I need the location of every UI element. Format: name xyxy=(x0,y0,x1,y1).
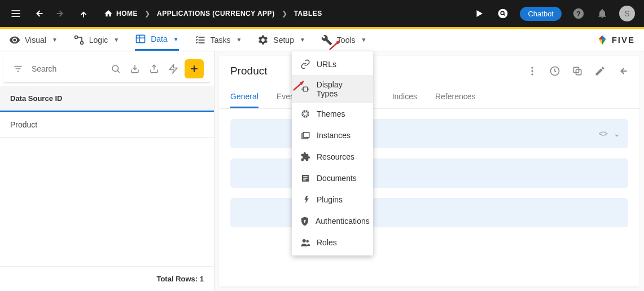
tab-visual[interactable]: Visual ▼ xyxy=(9,29,58,51)
play-icon[interactable] xyxy=(472,7,486,20)
dropdown-label: Roles xyxy=(317,238,337,247)
dropdown-item-roles[interactable]: Roles xyxy=(292,232,373,253)
chevron-right-icon: ❯ xyxy=(282,10,287,17)
copy-icon[interactable] xyxy=(572,65,583,77)
table-row[interactable]: Product xyxy=(0,112,214,138)
dropdown-label: Instances xyxy=(317,131,351,140)
caret-down-icon: ▼ xyxy=(361,37,367,43)
field-actions: <> ⌄ xyxy=(599,129,620,138)
tab-references[interactable]: References xyxy=(435,86,476,108)
dropdown-item-authentications[interactable]: Authentications xyxy=(292,210,373,232)
svg-point-35 xyxy=(531,70,533,72)
search-icon[interactable] xyxy=(108,61,124,77)
breadcrumb-tables[interactable]: TABLES xyxy=(294,10,322,17)
documents-icon xyxy=(300,173,311,184)
export-icon[interactable] xyxy=(146,61,162,77)
field-row[interactable] xyxy=(230,158,628,188)
lightning-icon[interactable] xyxy=(165,61,181,77)
main-tabs: Visual ▼ Logic ▼ Data ▼ Tasks ▼ Setup ▼ … xyxy=(0,29,644,51)
breadcrumb: HOME ❯ APPLICATIONS (CURRENCY APP) ❯ TAB… xyxy=(104,9,322,18)
dropdown-label: URLs xyxy=(317,60,336,69)
breadcrumb-tables-label: TABLES xyxy=(294,10,322,17)
brand-logo: FIVE xyxy=(596,34,635,46)
tab-general[interactable]: General xyxy=(230,86,259,108)
logic-icon xyxy=(73,34,85,46)
dropdown-item-urls[interactable]: URLs xyxy=(292,54,373,75)
back-arrow-icon[interactable] xyxy=(617,65,628,77)
dropdown-item-display-types[interactable]: Display Types xyxy=(292,75,373,103)
history-icon[interactable] xyxy=(549,65,560,77)
gear-icon xyxy=(257,34,269,46)
search-input[interactable] xyxy=(29,62,104,76)
resources-icon xyxy=(300,151,311,162)
svg-point-7 xyxy=(499,10,507,18)
hamburger-icon[interactable] xyxy=(9,7,23,20)
tab-data-label: Data xyxy=(151,34,168,43)
dropdown-item-instances[interactable]: Instances xyxy=(292,125,373,146)
tab-logic[interactable]: Logic ▼ xyxy=(73,29,119,51)
tab-logic-label: Logic xyxy=(89,36,108,45)
forward-icon xyxy=(54,7,68,20)
breadcrumb-home[interactable]: HOME xyxy=(104,9,138,18)
import-icon[interactable] xyxy=(127,61,143,77)
code-icon[interactable]: <> xyxy=(599,129,608,138)
content-area: Product General Events Indices Reference… xyxy=(214,51,644,291)
setup-dropdown: URLs Display Types Themes Instances Reso… xyxy=(292,51,373,255)
total-rows-label: Total Rows: 1 xyxy=(0,266,214,291)
svg-marker-31 xyxy=(169,64,177,73)
table-icon xyxy=(135,33,146,45)
dropdown-item-resources[interactable]: Resources xyxy=(292,146,373,167)
dropdown-label: Documents xyxy=(317,174,357,183)
shield-icon xyxy=(300,215,310,227)
tab-tasks[interactable]: Tasks ▼ xyxy=(195,29,242,51)
svg-point-12 xyxy=(75,36,77,38)
edit-icon[interactable] xyxy=(594,65,606,77)
tab-data[interactable]: Data ▼ xyxy=(135,29,178,51)
dropdown-label: Themes xyxy=(317,109,345,118)
dropdown-item-plugins[interactable]: Plugins xyxy=(292,189,373,210)
tab-tools-label: Tools xyxy=(337,36,356,45)
page-title: Product xyxy=(230,65,267,77)
instances-icon xyxy=(300,130,311,141)
caret-down-icon: ▼ xyxy=(236,37,242,43)
chatbot-button[interactable]: Chatbot xyxy=(520,7,562,21)
avatar[interactable]: S xyxy=(619,6,635,21)
link-icon xyxy=(300,59,311,70)
dropdown-item-themes[interactable]: Themes xyxy=(292,103,373,125)
column-header[interactable]: Data Source ID xyxy=(0,86,214,112)
field-row[interactable] xyxy=(230,198,628,227)
tab-tools[interactable]: Tools ▼ xyxy=(321,29,367,51)
filter-icon[interactable] xyxy=(10,61,26,77)
five-logo-icon xyxy=(596,34,608,46)
sidebar-toolbar xyxy=(3,55,211,83)
bell-icon[interactable] xyxy=(595,7,609,20)
svg-rect-46 xyxy=(303,133,309,138)
tab-setup[interactable]: Setup ▼ xyxy=(257,29,305,51)
topbar-right: Chatbot ? S xyxy=(472,6,635,21)
content-card: Product General Events Indices Reference… xyxy=(219,56,639,286)
svg-point-27 xyxy=(112,65,119,72)
up-icon[interactable] xyxy=(77,7,90,20)
dropdown-label: Plugins xyxy=(317,195,343,204)
breadcrumb-applications[interactable]: APPLICATIONS (CURRENCY APP) xyxy=(157,10,275,17)
tab-visual-label: Visual xyxy=(25,36,46,45)
svg-rect-14 xyxy=(137,35,145,42)
more-icon[interactable] xyxy=(527,65,538,77)
svg-text:?: ? xyxy=(576,10,581,18)
search-circle-icon[interactable] xyxy=(496,7,510,20)
dropdown-item-documents[interactable]: Documents xyxy=(292,167,373,189)
caret-down-icon: ▼ xyxy=(52,37,58,43)
svg-rect-51 xyxy=(304,221,305,223)
tab-indices[interactable]: Indices xyxy=(392,86,417,108)
back-icon[interactable] xyxy=(32,7,45,20)
help-icon[interactable]: ? xyxy=(572,7,585,20)
breadcrumb-home-label: HOME xyxy=(116,10,138,17)
chevron-down-icon[interactable]: ⌄ xyxy=(614,129,620,138)
brand-label: FIVE xyxy=(612,35,635,45)
content-actions xyxy=(527,65,628,77)
svg-point-36 xyxy=(531,73,533,75)
caret-down-icon: ▼ xyxy=(300,37,305,43)
add-button[interactable] xyxy=(185,59,204,78)
field-row[interactable]: <> ⌄ xyxy=(230,119,628,148)
plugins-icon xyxy=(300,194,311,205)
